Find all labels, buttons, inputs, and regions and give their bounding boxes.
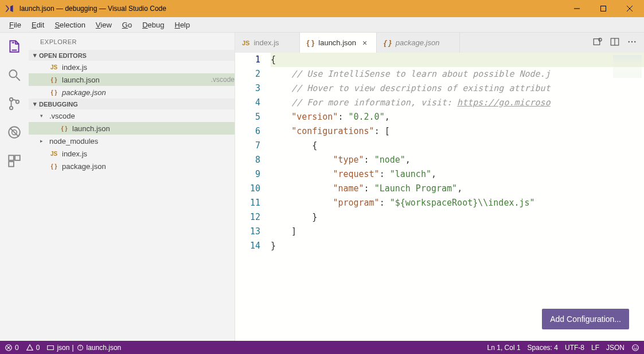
file-item[interactable]: JSindex.js [29,147,235,160]
editor-tab[interactable]: { }launch.json× [300,33,377,53]
status-bar: 0 0 json | launch.json Ln 1, Col 1 Space… [0,341,644,354]
file-item[interactable]: { }launch.json [29,122,235,135]
add-configuration-button[interactable]: Add Configuration... [542,309,629,329]
status-warnings[interactable]: 0 [26,344,40,352]
window-title: launch.json — debugging — Visual Studio … [17,5,564,13]
open-changes-icon[interactable] [592,37,603,49]
svg-rect-1 [601,6,606,11]
chevron-down-icon: ▾ [33,100,37,108]
editor-tab[interactable]: JSindex.js [235,33,300,53]
extensions-icon[interactable] [5,152,24,170]
source-control-icon[interactable] [5,95,24,113]
code-line[interactable]: "configurations": [ [271,124,644,139]
activity-bar [0,33,29,341]
status-eol[interactable]: LF [591,344,599,352]
open-editor-item[interactable]: { }package.json [29,86,235,99]
editor-body[interactable]: 1234567891011121314 { // Use IntelliSens… [235,53,644,341]
code-line[interactable]: "name": "Launch Program", [271,182,644,196]
json-file-icon: { } [49,89,58,96]
status-cursor[interactable]: Ln 1, Col 1 [487,344,521,352]
editor-tab[interactable]: { }package.json [377,33,460,53]
more-actions-icon[interactable] [627,37,637,49]
json-file-icon: { } [49,163,58,170]
close-button[interactable] [616,0,643,17]
svg-point-30 [634,346,635,347]
menu-help[interactable]: Help [170,19,194,31]
sidebar-title: EXPLORER [29,33,235,50]
menu-bar: FileEditSelectionViewGoDebugHelp [0,17,644,33]
feedback-icon[interactable] [631,344,639,352]
svg-point-7 [10,107,13,109]
split-editor-icon[interactable] [610,37,620,49]
chevron-icon: ▾ [40,113,46,119]
menu-go[interactable]: Go [118,19,136,31]
svg-line-5 [16,77,20,81]
svg-point-21 [634,41,635,42]
menu-edit[interactable]: Edit [27,19,49,31]
code-line[interactable]: ] [271,225,644,239]
code-line[interactable]: "program": "${workspaceRoot}\\index.js" [271,196,644,210]
code-content[interactable]: { // Use IntelliSense to learn about pos… [271,53,644,341]
svg-point-20 [631,41,633,42]
code-line[interactable]: { [271,53,644,67]
code-line[interactable]: { [271,139,644,153]
svg-point-19 [629,41,630,42]
line-numbers: 1234567891011121314 [235,53,271,341]
svg-rect-13 [15,155,20,160]
code-line[interactable]: "type": "node", [271,153,644,167]
menu-file[interactable]: File [5,19,26,31]
menu-selection[interactable]: Selection [50,19,89,31]
code-line[interactable]: // Use IntelliSense to learn about possi… [271,67,644,81]
code-line[interactable]: } [271,239,644,253]
status-lang-server[interactable]: json | launch.json [46,344,121,352]
folder-item[interactable]: ▾.vscode [29,109,235,122]
js-file-icon: JS [242,40,249,46]
open-editors-header[interactable]: ▾ OPEN EDITORS [29,50,235,61]
open-editor-item[interactable]: { }launch.json.vscode [29,73,235,86]
explorer-sidebar: EXPLORER ▾ OPEN EDITORS JSindex.js{ }lau… [29,33,235,341]
json-file-icon: { } [384,38,392,47]
editor-area: JSindex.js{ }launch.json×{ }package.json… [235,33,644,341]
maximize-button[interactable] [590,0,616,17]
menu-debug[interactable]: Debug [138,19,169,31]
code-line[interactable]: // For more information, visit: https://… [271,96,644,110]
json-file-icon: { } [49,77,58,83]
svg-point-4 [9,70,17,77]
chevron-down-icon: ▾ [33,52,37,59]
code-line[interactable]: "request": "launch", [271,167,644,182]
svg-point-6 [10,98,13,101]
status-lang[interactable]: JSON [606,344,625,352]
menu-view[interactable]: View [91,19,116,31]
title-bar: launch.json — debugging — Visual Studio … [0,0,644,17]
minimize-button[interactable] [564,0,590,17]
minimap[interactable] [613,55,642,78]
svg-rect-12 [9,155,14,160]
folder-item[interactable]: ▸node_modules [29,135,235,147]
svg-point-31 [636,346,637,347]
svg-point-29 [633,344,639,351]
svg-line-10 [10,128,18,136]
code-line[interactable]: } [271,210,644,225]
code-line[interactable]: "version": "0.2.0", [271,110,644,124]
editor-tabs: JSindex.js{ }launch.json×{ }package.json [235,33,644,53]
status-indent[interactable]: Spaces: 4 [528,344,558,352]
json-file-icon: { } [307,38,315,47]
folder-header[interactable]: ▾ DEBUGGING [29,99,235,109]
json-file-icon: { } [60,125,69,132]
close-tab-icon[interactable]: × [360,38,369,48]
chevron-icon: ▸ [40,138,46,144]
debug-icon[interactable] [5,123,24,141]
search-icon[interactable] [5,66,24,84]
status-encoding[interactable]: UTF-8 [565,344,584,352]
status-errors[interactable]: 0 [5,344,19,352]
svg-rect-25 [48,345,54,349]
svg-rect-14 [9,162,14,167]
app-icon [1,4,17,13]
code-line[interactable]: // Hover to view descriptions of existin… [271,81,644,96]
js-file-icon: JS [49,151,58,157]
svg-point-16 [599,38,602,41]
open-editor-item[interactable]: JSindex.js [29,61,235,73]
file-item[interactable]: { }package.json [29,160,235,172]
js-file-icon: JS [49,64,58,70]
explorer-icon[interactable] [5,37,24,56]
